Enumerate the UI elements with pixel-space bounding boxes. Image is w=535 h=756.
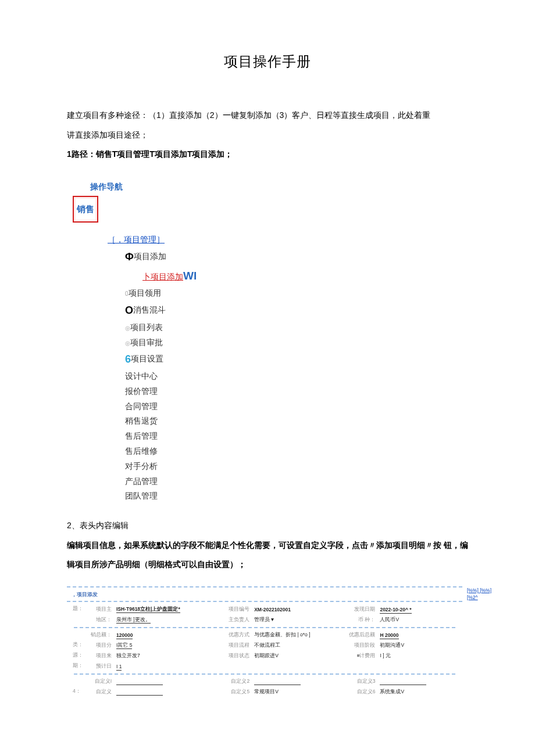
f-lab: 项目状态 — [221, 651, 252, 661]
project-category-select[interactable]: I其它 5 — [116, 642, 132, 649]
project-stage-select[interactable]: 初期沟通V — [380, 642, 404, 648]
tree-contract-mgmt[interactable]: 合同管理 — [125, 400, 468, 414]
custom-6-select[interactable]: 系统集成V — [380, 689, 404, 694]
f-lab: 自定义3 — [347, 676, 377, 687]
tree-project-mgmt[interactable]: ［，项目管理］ — [108, 235, 165, 244]
f-lab: 预计日 — [83, 661, 114, 672]
project-flow-select[interactable]: 不做流程工 — [254, 642, 280, 648]
custom-5-select[interactable]: 常规项目V — [254, 689, 279, 694]
owner-select[interactable]: 管理员▼ — [254, 617, 274, 622]
bullet-icon: Φ — [125, 251, 134, 263]
tree-competitor[interactable]: 对手分析 — [125, 460, 468, 474]
step-2-body: 编辑项目信息，如果系统默认的字段不能满足个性化需要，可设置自定义字段，点击〃添加… — [67, 536, 468, 575]
f-lab: ■计费用 — [347, 651, 377, 661]
f-lab: 项目分 — [83, 640, 114, 651]
tree-project-add-sub[interactable]: 卜项目添加 — [142, 272, 183, 281]
f-lab: 地区： — [83, 615, 114, 625]
bullet-icon: ◎ — [125, 325, 130, 331]
tree-project-add[interactable]: 项目添加 — [134, 252, 166, 261]
f-lab: 自定义 — [83, 687, 114, 697]
f-lab: 优惠后总额 — [347, 630, 377, 640]
form-side-1: 题： — [72, 604, 83, 625]
f-lab: 自定义6 — [347, 687, 377, 697]
form-table: 题： 项目主 ISH-T9618立柱|上炉盘固定* 项目编号 XM-202210… — [72, 604, 458, 697]
f-lab: 自定义I — [83, 676, 114, 687]
tree-sales-return[interactable]: 稍售退货 — [125, 414, 468, 428]
f-lab: 币 种： — [347, 615, 377, 625]
currency-select[interactable]: 人民币V — [380, 617, 399, 622]
sales-tab[interactable]: 销售 — [73, 196, 98, 223]
project-source-select[interactable]: 独立开发7 — [116, 653, 140, 658]
form-screenshot: [%%] [%%] [%2^ ，项目添发 题： 项目主 ISH-T9618立柱|… — [67, 586, 468, 702]
f-lab: 销总额： — [83, 630, 114, 640]
wi-icon: WI — [183, 270, 197, 282]
discount-mode[interactable]: 与优惠金额、折扣 | o*o ] — [254, 632, 310, 637]
f-lab: 主负责人 — [221, 615, 252, 625]
tree-quote-mgmt[interactable]: 报价管理 — [125, 385, 468, 399]
form-top-links[interactable]: [%%] [%%] [%2^ — [467, 587, 491, 601]
page-title: 项目操作手册 — [67, 52, 468, 71]
f-lab: 项目主 — [83, 604, 114, 615]
tree-project-approve[interactable]: 项目审批 — [130, 338, 163, 347]
tree-product-mgmt[interactable]: 产品管理 — [125, 475, 468, 489]
f-lab: 项目来 — [83, 651, 114, 661]
step-2-heading: 2、表头内容编辑 — [67, 516, 468, 536]
f-lab: 项目流程 — [221, 640, 252, 651]
bullet-icon: ◎ — [125, 340, 130, 346]
form-link-2[interactable]: [%2^ — [467, 594, 478, 600]
tree-project-setting[interactable]: 项目设置 — [131, 354, 163, 363]
f-lab: 项目阶段 — [347, 640, 377, 651]
form-link-1[interactable]: [%%] [%%] — [467, 587, 491, 593]
nav-heading: 操作导航 — [90, 182, 468, 192]
f-lab: 自定义2 — [221, 676, 252, 687]
region-input[interactable]: 泉州市 ]更改。 — [116, 617, 151, 624]
f-lab: 自定义5 — [221, 687, 252, 697]
form-side-3: 源： — [72, 651, 83, 661]
tree-design-center[interactable]: 设计中心 — [125, 370, 468, 384]
total-sales-input[interactable]: 120000 — [116, 632, 133, 639]
form-side-4: 期： — [72, 661, 83, 672]
bullet-icon: 6 — [125, 353, 131, 365]
custom-3-input[interactable] — [380, 679, 426, 685]
step-1-path: 1路径：销售T项目管理T项目添加T项目添加； — [67, 145, 468, 164]
f-lab: 优惠方式 — [221, 630, 252, 640]
project-status-select[interactable]: 初期跟进V — [254, 653, 279, 658]
custom-1-input[interactable] — [116, 679, 163, 685]
sales-tab-label: 销售 — [77, 204, 94, 214]
intro-line-1: 建立项目有多种途径：（1）直接添加（2）一键复制添加（3）客户、日程等直接生成项… — [67, 106, 468, 126]
discover-date-input[interactable]: 2022-10-20^ * — [380, 607, 411, 614]
nav-tree: ［，项目管理］ Φ项目添加 卜项目添加WI 0项目领用 O消售混斗 ◎项目列表 … — [108, 233, 468, 503]
custom-2-input[interactable] — [254, 679, 301, 685]
f-lab: 发现日期 — [347, 604, 377, 615]
tree-aftersales-repair[interactable]: 售后维修 — [125, 445, 468, 458]
f-lab: 项目编号 — [221, 604, 252, 615]
tree-team-mgmt[interactable]: 团队管理 — [125, 489, 468, 503]
est-cost-input[interactable]: I ] 元 — [380, 653, 390, 658]
form-side-2: 类： — [72, 640, 83, 651]
est-date-input[interactable]: I 1 — [116, 664, 122, 671]
tree-project-receive[interactable]: 项目领用 — [129, 288, 161, 298]
tree-project-list[interactable]: 项目列表 — [130, 323, 163, 332]
form-header: ，项目添发 — [67, 587, 462, 601]
project-name-input[interactable]: ISH-T9618立柱|上炉盘固定* — [116, 606, 180, 613]
project-code: XM-2022102001 — [254, 607, 291, 612]
form-side-5: 4： — [72, 687, 83, 697]
custom-4-input[interactable] — [116, 689, 163, 696]
intro-line-2: 讲直接添加项目途径； — [67, 126, 468, 145]
tree-aftersales-mgmt[interactable]: 售后管理 — [125, 429, 468, 443]
tree-sales-funnel[interactable]: 消售混斗 — [133, 305, 166, 314]
after-discount-input[interactable]: H 20000 — [380, 632, 398, 639]
bullet-icon: O — [125, 304, 133, 316]
